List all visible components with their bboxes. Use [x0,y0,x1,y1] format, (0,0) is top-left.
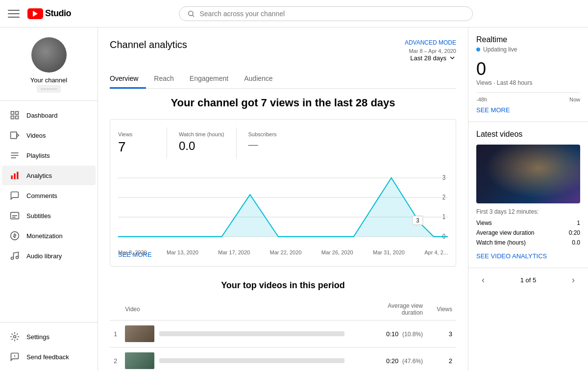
realtime-time-row: -48h Now [476,92,580,102]
col-views: Views [427,298,456,321]
latest-videos-title: Latest videos [476,130,580,139]
nav-items: Dashboard Videos Playlists [0,101,98,322]
next-page-button[interactable]: › [566,273,580,287]
x-label-1: Mar 13, 2020 [167,249,198,255]
see-video-analytics-link[interactable]: SEE VIDEO ANALYTICS [476,252,580,260]
row-1-views: 3 [427,321,456,347]
logo[interactable]: Studio [27,8,71,19]
comments-icon [10,191,20,200]
col-avg-duration: Average view duration [348,298,427,321]
advanced-mode-button[interactable]: ADVANCED MODE [405,39,456,46]
chart-area: 3 2 1 0 3 Mar 8, 2020 Mar 13 [118,167,448,245]
chart-xaxis: Mar 8, 2020 Mar 13, 2020 Mar 17, 2020 Ma… [118,249,448,255]
sidebar-item-subtitles[interactable]: Subtitles [2,206,96,225]
stat-value-watch-time: 0.0 [572,239,580,246]
videos-icon [10,130,20,140]
sidebar-item-audio-library[interactable]: Audio library [2,246,96,266]
sidebar-item-videos[interactable]: Videos [2,125,96,145]
dashboard-icon [10,110,20,120]
summary-heading: Your channel got 7 views in the last 28 … [110,97,456,109]
hamburger-menu[interactable] [8,8,20,20]
prev-page-button[interactable]: ‹ [476,273,490,287]
svg-point-19 [16,256,19,259]
first-days-label: First 3 days 12 minutes: [476,208,580,215]
comments-label: Comments [26,192,57,199]
views-label: Views [118,131,155,137]
tab-overview[interactable]: Overview [110,70,146,89]
center-content: Channel analytics ADVANCED MODE Mar 8 – … [98,27,468,371]
row-1-duration: 0:10 (10.8%) [348,321,427,347]
sidebar-item-comments[interactable]: Comments [2,186,96,205]
video-stats-rows: Views 1 Average view duration 0:20 Watch… [476,218,580,247]
right-panel: Realtime Updating live 0 Views · Last 48… [468,27,588,371]
settings-label: Settings [26,333,49,341]
sidebar: Your channel ··········· Dashboard [0,27,98,371]
feedback-icon [10,352,20,362]
svg-text:1: 1 [442,214,445,221]
audio-library-label: Audio library [26,252,62,260]
subscribers-label: Subscribers [248,131,286,137]
analytics-icon [10,171,20,180]
playlists-label: Playlists [26,152,50,159]
date-range-value[interactable]: Last 28 days [405,54,456,62]
x-label-4: Mar 26, 2020 [321,249,353,255]
main-content: Channel analytics ADVANCED MODE Mar 8 – … [98,27,588,371]
realtime-section: Realtime Updating live 0 Views · Last 48… [468,27,588,122]
videos-table: Video Average view duration Views 1 [110,298,456,371]
realtime-count: 0 [476,59,580,79]
stat-label-watch-time: Watch time (hours) [476,239,526,246]
channel-name: Your channel [30,76,67,84]
chart-svg: 3 2 1 0 3 [118,167,448,245]
svg-text:3: 3 [416,217,419,223]
video-thumb-1 [125,325,154,342]
x-label-5: Mar 31, 2020 [373,249,405,255]
realtime-live: Updating live [476,46,580,53]
monetization-label: Monetization [26,232,63,240]
channel-handle: ··········· [37,85,61,93]
svg-rect-4 [16,116,19,119]
svg-rect-12 [14,173,15,179]
svg-rect-3 [16,112,19,115]
tab-audience[interactable]: Audience [236,70,280,89]
sidebar-item-playlists[interactable]: Playlists [2,146,96,165]
tab-engagement[interactable]: Engagement [182,70,236,89]
video-stat-row-views: Views 1 [476,218,580,228]
video-stat-row-avg-duration: Average view duration 0:20 [476,228,580,238]
stat-value-avg-duration: 0:20 [569,229,580,236]
row-2-video [121,347,348,371]
settings-icon [10,332,20,342]
stat-label-views: Views [476,220,492,226]
video-preview[interactable] [476,145,580,203]
x-label-3: Mar 22, 2020 [270,249,302,255]
table-row: 1 0:10 (10.8%) 3 [110,321,456,347]
send-feedback-label: Send feedback [26,353,69,361]
svg-rect-6 [11,132,17,138]
svg-rect-11 [11,175,13,179]
search-input[interactable] [200,10,465,18]
date-range-label: Mar 8 – Apr 4, 2020 [405,48,456,54]
sidebar-item-settings[interactable]: Settings [2,327,96,346]
sidebar-bottom: Settings Send feedback [0,322,98,371]
top-videos-title: Your top videos in this period [110,280,456,291]
tab-reach[interactable]: Reach [146,70,181,89]
subtitles-icon [10,211,20,221]
realtime-title: Realtime [476,35,580,44]
sidebar-item-send-feedback[interactable]: Send feedback [2,347,96,367]
sidebar-item-dashboard[interactable]: Dashboard [2,105,96,125]
row-2-views: 2 [427,347,456,371]
see-more-realtime[interactable]: SEE MORE [476,106,510,114]
col-num [110,298,121,321]
sidebar-item-monetization[interactable]: Monetization [2,226,96,246]
channel-info: Your channel ··········· [0,27,98,101]
page-info: 1 of 5 [520,276,537,284]
studio-label: Studio [45,8,71,19]
subtitles-label: Subtitles [26,212,51,220]
video-stat-row-watch-time: Watch time (hours) 0.0 [476,238,580,247]
playlists-icon [10,150,20,160]
row-1-num: 1 [110,321,121,347]
tabs: Overview Reach Engagement Audience [110,70,456,89]
sidebar-item-analytics[interactable]: Analytics [2,166,96,185]
watch-time-value: 0.0 [179,139,224,153]
chevron-down-icon [448,54,456,62]
date-range: Mar 8 – Apr 4, 2020 Last 28 days [405,48,456,62]
